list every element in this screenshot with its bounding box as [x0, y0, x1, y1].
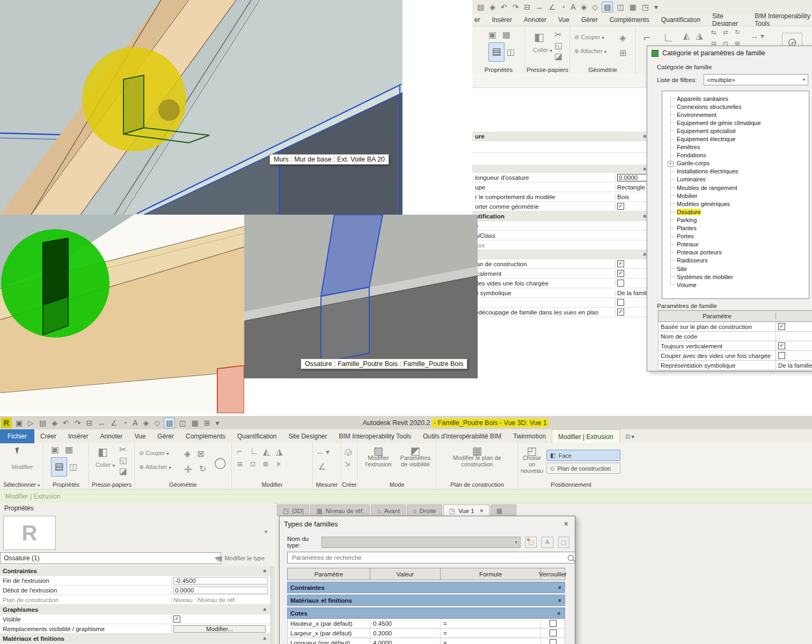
category-item[interactable]: Luminaires [662, 175, 809, 184]
type-parameter-row[interactable]: Hauteur_x (par défaut) 0.4500 = « [287, 619, 565, 628]
category-item[interactable]: Mobilier [662, 192, 809, 200]
window-icon[interactable]: ▣ [14, 418, 24, 428]
type-parameter-row[interactable]: Largeur_x (par défaut) 0.3000 = « [287, 628, 565, 638]
more-icon[interactable]: ▾ [653, 2, 660, 12]
category-item[interactable]: Equipement de génie climatique [662, 119, 809, 127]
align-icon[interactable]: ⌐ [643, 31, 650, 45]
mirror-icon[interactable]: ◭ [683, 31, 690, 41]
more-icon[interactable]: ▾ [214, 418, 221, 428]
measure-icon[interactable]: ↔ ▾ [316, 448, 330, 456]
revit-logo-icon[interactable]: R [1, 418, 12, 428]
section-icon[interactable]: ◇ [590, 2, 599, 12]
tab-gerer[interactable]: Gérer [151, 429, 180, 443]
view-tab-partial[interactable]: ▦ [491, 504, 516, 516]
family-icon[interactable]: ⊞ [202, 418, 212, 428]
move-icon[interactable]: ⇆ [711, 28, 716, 36]
modify-type-button[interactable]: ▦ Modifier le type [217, 552, 274, 564]
category-item[interactable]: Parking [662, 216, 809, 224]
family-types-icon[interactable]: ▦ [65, 444, 73, 455]
tab-bim-interop[interactable]: BIM Interoperability Tools [755, 12, 812, 27]
checkbox[interactable] [617, 280, 624, 287]
category-item[interactable]: Portes [662, 232, 809, 240]
type-properties-icon[interactable]: ▣ [51, 444, 59, 455]
type-name-select[interactable]: ▾ [321, 537, 521, 548]
parameter-row[interactable]: icalement [472, 269, 651, 279]
aligned-dimension-icon[interactable]: ∠ [109, 418, 119, 428]
view-tab-3d[interactable]: ◳ [3D] [277, 504, 309, 516]
category-item[interactable]: Meubles de rangement [662, 184, 809, 192]
close-view-icon[interactable]: × [480, 507, 484, 515]
parameter-row[interactable] [472, 165, 651, 173]
close-hidden-windows-icon[interactable]: ◫ [177, 418, 187, 428]
family-param-row[interactable]: Représentation symbolique De la famille [658, 361, 812, 370]
lock-checkbox[interactable] [550, 620, 557, 627]
tab-outils-interop[interactable]: Outils d'interopérabilité BIM [417, 429, 507, 443]
family-param-row[interactable]: Basée sur le plan de construction [658, 322, 812, 332]
angle-icon[interactable]: ∠ [318, 462, 326, 472]
category-item[interactable]: Connexions structurelles [662, 103, 809, 111]
couper-button[interactable]: ⊘ Couper ▾ [139, 450, 169, 457]
checkbox[interactable] [617, 299, 624, 306]
lock-checkbox[interactable] [550, 639, 557, 644]
category-item[interactable]: Systèmes de mobilier [662, 273, 809, 281]
family-category-icon[interactable]: ◫ [507, 47, 515, 57]
checkbox[interactable] [617, 203, 624, 210]
parameter-row[interactable]: ass [472, 240, 651, 250]
parameter-row[interactable] [472, 298, 651, 308]
redo-icon[interactable]: ↷ [511, 2, 521, 12]
checkbox[interactable] [778, 342, 785, 349]
mirror-icon[interactable]: ◭ [263, 447, 269, 457]
parameter-row[interactable]: lan de construction [472, 259, 651, 269]
property-row[interactable]: Fin de l'extrusion -0.4500 [0, 576, 271, 586]
group-chevron-icon[interactable]: « [556, 586, 562, 589]
array-icon[interactable]: ⊞ [237, 460, 243, 468]
measure-icon[interactable]: ↔ [534, 2, 545, 12]
category-item[interactable]: Modèles génériques [662, 200, 809, 208]
view-tab-vue1[interactable]: ◳ Vue 1 × [443, 504, 489, 516]
parameter-row[interactable]: n symbolique De la famill [472, 288, 651, 298]
create-group-icon[interactable]: ◶ [345, 447, 352, 457]
parameter-row[interactable]: orter comme géométrie [472, 202, 651, 211]
copy-tool-icon[interactable]: ⇄ [723, 28, 728, 36]
offset-icon[interactable]: ∟ [663, 31, 675, 45]
category-item[interactable]: Volume [662, 281, 809, 289]
sync-icon[interactable]: ◈ [50, 418, 59, 428]
type-selector[interactable]: Ossature (1) ▾ [0, 552, 221, 564]
tab-modifier-extrusion[interactable]: Modifier | Extrusion [552, 429, 620, 443]
property-row[interactable]: Matériaux et finitions [0, 634, 271, 643]
view-tab-droite[interactable]: ⌂ Droite [407, 504, 442, 516]
mirror-axis-icon[interactable]: ◮ [696, 31, 703, 41]
category-item[interactable]: Fondations [662, 151, 809, 159]
beam-end-section[interactable] [217, 365, 244, 413]
modify-work-plane-button[interactable]: ▦ Modifier le plan de construction [450, 448, 504, 467]
parameter-row[interactable]: upe Rectangle [472, 182, 651, 192]
face-button[interactable]: ◧ Face [546, 450, 620, 461]
lock-checkbox[interactable] [550, 630, 557, 636]
checkbox[interactable] [778, 352, 785, 359]
scrollbar[interactable] [270, 566, 275, 644]
tab-complements[interactable]: Compléments [180, 429, 231, 443]
print-icon[interactable]: ⊟ [522, 2, 532, 12]
parameter-row[interactable]: ure [472, 131, 651, 141]
parameter-row[interactable] [472, 153, 651, 165]
family-types-icon[interactable]: ▦ [502, 30, 510, 40]
tab-vue[interactable]: Vue [128, 429, 151, 443]
create-similar-icon[interactable]: ⇲ [345, 460, 350, 468]
category-item[interactable]: Poteaux [662, 240, 809, 248]
offset-icon[interactable]: ∟ [250, 447, 259, 456]
view-tab-avant[interactable]: ⌂ Avant [371, 504, 405, 516]
parameter-row[interactable]: r le comportement du modèle Bois [472, 192, 651, 202]
attacher-button[interactable]: ⊕ Attacher ▾ [139, 464, 171, 471]
property-row[interactable]: Graphismes [0, 605, 271, 614]
parameter-row[interactable]: e [472, 221, 651, 231]
parameter-row[interactable] [472, 141, 651, 153]
category-item[interactable]: Environnement [662, 111, 809, 119]
tab-partial[interactable]: er [474, 16, 480, 24]
visibility-settings-button[interactable]: ◩ Paramètres de visibilité [398, 448, 433, 467]
wall-joins-icon[interactable]: ⊞ [619, 48, 626, 58]
property-row[interactable]: Plan de construction Niveau : Niveau de … [0, 595, 271, 605]
collapse-chevron-icon[interactable] [264, 606, 271, 613]
work-plane-button[interactable]: ◇ Plan de construction [546, 463, 620, 474]
filter-select[interactable]: <multiple> ▾ [704, 74, 808, 85]
collapse-chevron-icon[interactable] [264, 568, 271, 574]
